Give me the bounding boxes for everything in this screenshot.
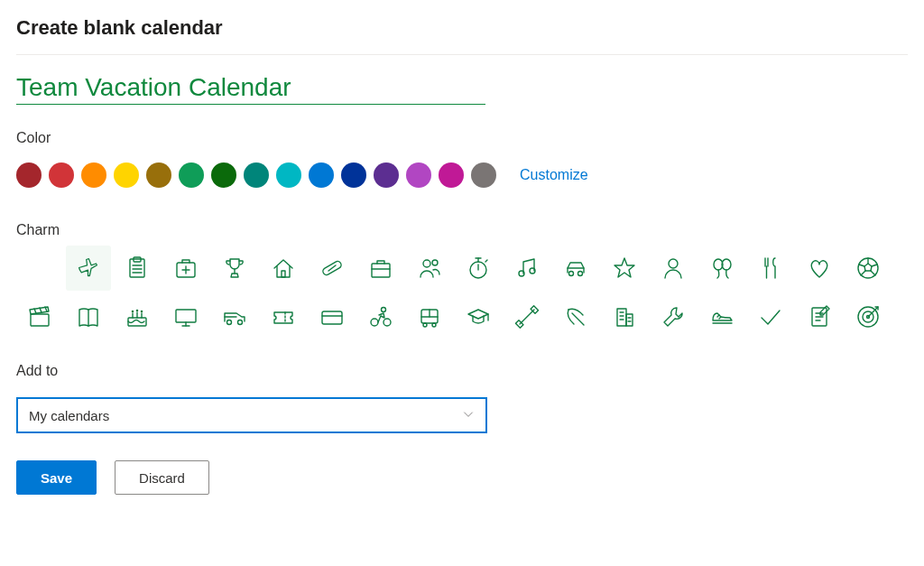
shoe-icon[interactable] <box>708 303 735 330</box>
svg-rect-71 <box>626 314 633 326</box>
svg-line-35 <box>861 271 865 275</box>
person-icon[interactable] <box>660 255 687 282</box>
color-magenta[interactable] <box>406 162 431 188</box>
van-icon[interactable] <box>221 303 248 330</box>
divider <box>16 54 908 55</box>
svg-point-63 <box>432 323 436 327</box>
calendar-name-input[interactable] <box>16 71 485 105</box>
svg-line-34 <box>871 271 875 275</box>
color-pink[interactable] <box>439 162 464 188</box>
stopwatch-icon[interactable] <box>465 255 492 282</box>
charm-none[interactable] <box>26 255 53 282</box>
svg-point-51 <box>227 320 232 325</box>
pickaxe-icon[interactable] <box>562 303 589 330</box>
svg-rect-70 <box>617 309 626 326</box>
check-icon[interactable] <box>757 303 784 330</box>
svg-point-47 <box>141 311 142 311</box>
star-icon[interactable] <box>611 255 638 282</box>
pill-icon[interactable] <box>319 255 346 282</box>
color-red[interactable] <box>49 162 74 188</box>
color-row: Customize <box>16 162 908 188</box>
chevron-down-icon <box>462 408 475 423</box>
briefcase-icon[interactable] <box>367 255 394 282</box>
first-aid-icon[interactable] <box>172 255 199 282</box>
heart-icon[interactable] <box>806 255 833 282</box>
card-icon[interactable] <box>319 303 346 330</box>
svg-point-24 <box>578 272 583 276</box>
svg-point-27 <box>669 259 678 268</box>
svg-rect-48 <box>176 310 196 322</box>
addto-selected: My calendars <box>29 408 109 423</box>
cycling-icon[interactable] <box>367 303 394 330</box>
cake-icon[interactable] <box>124 303 151 330</box>
wrench-icon[interactable] <box>660 303 687 330</box>
ticket-icon[interactable] <box>270 303 297 330</box>
bus-icon[interactable] <box>416 303 443 330</box>
svg-point-45 <box>132 311 133 311</box>
svg-rect-12 <box>372 264 390 277</box>
building-icon[interactable] <box>611 303 638 330</box>
color-label: Color <box>16 130 908 146</box>
svg-point-23 <box>569 272 574 276</box>
color-orange[interactable] <box>81 162 106 188</box>
charm-label: Charm <box>16 222 908 238</box>
svg-point-14 <box>423 260 430 267</box>
music-icon[interactable] <box>513 255 541 282</box>
svg-line-38 <box>34 309 36 313</box>
svg-line-33 <box>872 264 877 266</box>
people-icon[interactable] <box>416 255 443 282</box>
clipboard-icon[interactable] <box>124 255 151 282</box>
color-dark-green[interactable] <box>211 162 236 188</box>
discard-button[interactable]: Discard <box>115 460 209 495</box>
monitor-icon[interactable] <box>172 303 199 330</box>
customize-link[interactable]: Customize <box>520 167 588 183</box>
page-title: Create blank calendar <box>16 16 908 40</box>
home-icon[interactable] <box>270 255 297 282</box>
save-button[interactable]: Save <box>16 460 97 495</box>
svg-line-79 <box>719 317 721 319</box>
svg-point-15 <box>432 260 438 265</box>
soccer-icon[interactable] <box>855 255 882 282</box>
svg-point-59 <box>382 308 386 312</box>
svg-rect-37 <box>31 314 49 326</box>
color-brown[interactable] <box>146 162 171 188</box>
svg-point-58 <box>383 319 391 326</box>
color-teal[interactable] <box>244 162 269 188</box>
svg-marker-26 <box>614 258 634 277</box>
svg-marker-31 <box>864 264 872 271</box>
cutlery-icon[interactable] <box>757 255 784 282</box>
plane-icon[interactable] <box>66 246 111 291</box>
svg-line-20 <box>485 260 487 262</box>
svg-line-66 <box>520 310 534 324</box>
svg-rect-55 <box>322 311 342 324</box>
dumbbell-icon[interactable] <box>513 303 541 330</box>
charm-grid <box>26 255 923 330</box>
color-blue[interactable] <box>309 162 334 188</box>
target-icon[interactable] <box>855 303 882 330</box>
svg-point-52 <box>238 320 243 325</box>
trophy-icon[interactable] <box>221 255 248 282</box>
svg-line-78 <box>717 315 719 317</box>
addto-label: Add to <box>16 363 908 379</box>
color-yellow[interactable] <box>114 162 139 188</box>
balloon-icon[interactable] <box>708 255 735 282</box>
color-gray[interactable] <box>471 162 496 188</box>
color-cyan[interactable] <box>276 162 301 188</box>
svg-line-36 <box>859 264 864 266</box>
svg-point-57 <box>371 319 378 326</box>
svg-line-11 <box>328 265 336 271</box>
addto-dropdown[interactable]: My calendars <box>16 397 487 433</box>
svg-rect-9 <box>282 271 285 277</box>
graduation-icon[interactable] <box>465 303 492 330</box>
color-green[interactable] <box>179 162 204 188</box>
notebook-icon[interactable] <box>806 303 833 330</box>
svg-point-46 <box>136 310 137 311</box>
svg-point-62 <box>423 323 427 327</box>
clapper-icon[interactable] <box>26 303 53 330</box>
color-purple[interactable] <box>374 162 399 188</box>
color-dark-red[interactable] <box>16 162 42 188</box>
color-dark-blue[interactable] <box>341 162 366 188</box>
book-icon[interactable] <box>75 303 102 330</box>
car-icon[interactable] <box>562 255 589 282</box>
